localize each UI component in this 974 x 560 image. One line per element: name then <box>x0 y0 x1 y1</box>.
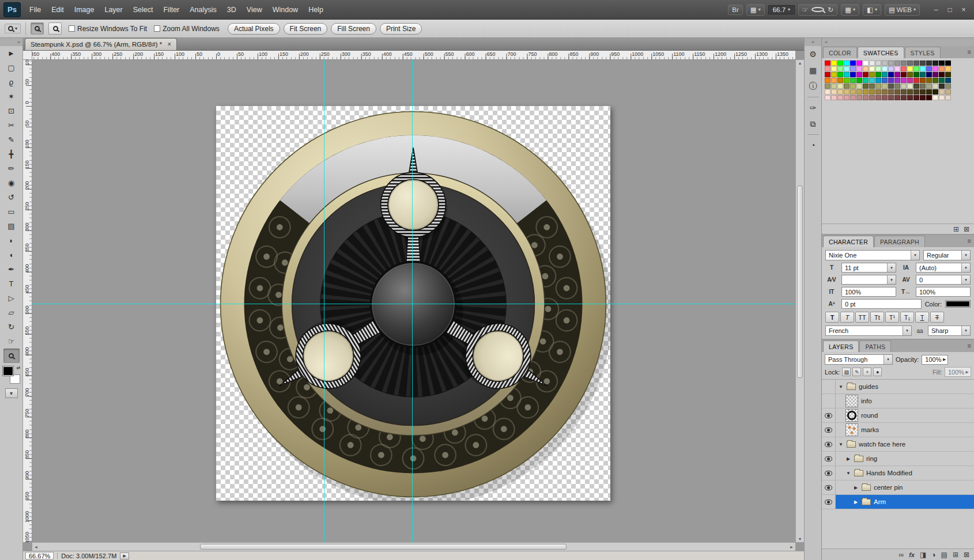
scroll-left-icon[interactable]: ◄ <box>34 545 38 549</box>
document-tab[interactable]: Steampunk X.psd @ 66.7% (Arm, RGB/8#) * … <box>25 38 177 50</box>
zoom-in-toggle[interactable]: + <box>31 22 44 35</box>
color-swatch[interactable] <box>939 72 945 77</box>
color-swatch[interactable] <box>825 66 830 71</box>
color-swatch[interactable] <box>882 78 888 83</box>
color-swatch[interactable] <box>945 66 951 71</box>
swatches-tab-color[interactable]: COLOR <box>823 47 857 58</box>
color-swatch[interactable] <box>926 95 932 100</box>
pen-tool[interactable]: ✒ <box>3 262 20 277</box>
info-icon[interactable]: ⓘ <box>806 79 821 94</box>
color-swatch[interactable] <box>882 66 888 71</box>
color-swatch[interactable] <box>831 60 837 66</box>
background-color-swatch[interactable] <box>10 374 20 384</box>
menu-window[interactable]: Window <box>267 0 303 20</box>
color-swatch[interactable] <box>844 78 850 83</box>
menu-layer[interactable]: Layer <box>99 0 127 20</box>
color-swatch[interactable] <box>856 78 862 83</box>
color-swatch[interactable] <box>875 72 881 77</box>
text-color-swatch[interactable] <box>945 300 971 308</box>
color-swatch[interactable] <box>850 60 856 66</box>
layer-style-icon[interactable]: fx <box>909 551 915 558</box>
layer-row-watch-face-here[interactable]: ▼watch face here <box>822 437 974 452</box>
faux-style-button-5[interactable]: T₁ <box>900 312 914 323</box>
color-swatch[interactable] <box>863 84 869 89</box>
layer-row-center-pin[interactable]: ▶center pin <box>822 480 974 495</box>
font-size-field[interactable]: 11 pt▾ <box>841 263 896 273</box>
color-swatch[interactable] <box>901 89 907 94</box>
history-brush-tool[interactable]: ↺ <box>3 190 20 205</box>
color-swatch[interactable] <box>920 78 926 83</box>
status-zoom-field[interactable]: 66.67% <box>25 552 54 559</box>
color-swatch[interactable] <box>894 66 900 71</box>
color-swatch[interactable] <box>920 95 926 100</box>
color-swatch[interactable] <box>920 84 926 89</box>
color-swatch[interactable] <box>850 78 856 83</box>
color-swatch[interactable] <box>894 72 900 77</box>
dock-collapse-button[interactable]: « <box>805 38 821 46</box>
tracking-field[interactable]: 0▾ <box>916 275 971 285</box>
hand-tool-icon[interactable]: ☞ <box>799 5 811 15</box>
collapse-triangle-icon[interactable]: ▼ <box>838 442 844 447</box>
color-swatch[interactable] <box>844 60 850 66</box>
color-swatch[interactable] <box>901 60 907 66</box>
clock-icon[interactable]: ◔ <box>806 138 821 153</box>
screen-mode-button[interactable]: ◧▾ <box>863 4 881 16</box>
faux-style-button-7[interactable]: T <box>930 312 944 323</box>
color-swatch[interactable] <box>837 66 843 71</box>
color-swatch[interactable] <box>913 60 919 66</box>
color-swatch[interactable] <box>933 60 938 66</box>
color-swatch[interactable] <box>863 66 869 71</box>
menu-image[interactable]: Image <box>69 0 100 20</box>
histogram-icon[interactable]: ▦ <box>806 63 821 78</box>
color-swatch[interactable] <box>945 72 951 77</box>
color-swatch[interactable] <box>913 84 919 89</box>
delete-layer-icon[interactable]: ⊠ <box>964 551 969 559</box>
layer-row-ring[interactable]: ▶ring <box>822 452 974 466</box>
close-button[interactable]: × <box>957 4 971 16</box>
color-swatch[interactable] <box>945 89 951 94</box>
launch-bridge-button[interactable]: Br <box>728 5 743 15</box>
color-swatch[interactable] <box>907 84 913 89</box>
color-swatch[interactable] <box>945 60 951 66</box>
color-swatch[interactable] <box>863 89 869 94</box>
color-swatch[interactable] <box>945 78 951 83</box>
move-tool[interactable]: ► <box>3 46 20 60</box>
color-swatch[interactable] <box>863 78 869 83</box>
resize-windows-to-fit-checkbox[interactable] <box>69 25 75 32</box>
color-swatch[interactable] <box>901 78 907 83</box>
fill-field[interactable]: 100%▶ <box>945 367 971 377</box>
layer-row-hands-modified[interactable]: ▼Hands Modified <box>822 466 974 480</box>
layer-row-guides[interactable]: ▼guides <box>822 380 974 394</box>
minimize-button[interactable]: – <box>929 4 943 16</box>
color-swatch[interactable] <box>837 95 843 100</box>
layer-thumbnail[interactable] <box>845 395 858 407</box>
color-swatch[interactable] <box>894 95 900 100</box>
color-swatch[interactable] <box>933 66 938 71</box>
horizontal-scroll-thumb[interactable] <box>200 544 567 550</box>
horizontal-scrollbar[interactable]: ◄ ► <box>32 542 795 551</box>
3d-rotate-tool[interactable]: ↻ <box>3 320 20 334</box>
lock-pixels-icon[interactable]: ✎ <box>852 368 861 376</box>
restore-button[interactable]: □ <box>943 4 957 16</box>
character-tab-character[interactable]: CHARACTER <box>823 236 874 247</box>
color-swatch[interactable] <box>888 60 894 66</box>
color-swatch[interactable] <box>926 66 932 71</box>
color-swatch[interactable] <box>907 72 913 77</box>
panels-collapse-button[interactable]: « <box>822 38 974 46</box>
vertical-scrollbar[interactable]: ▲ ▼ <box>795 60 804 542</box>
color-swatch[interactable] <box>869 72 875 77</box>
lock-all-icon[interactable]: ● <box>873 368 882 376</box>
zoom-out-toggle[interactable]: – <box>48 22 62 35</box>
color-swatch[interactable] <box>856 66 862 71</box>
lasso-tool[interactable]: ϱ <box>3 75 20 89</box>
color-swatch[interactable] <box>882 84 888 89</box>
guide-vertical-left[interactable] <box>324 60 324 542</box>
visibility-toggle[interactable] <box>822 495 836 509</box>
color-swatch[interactable] <box>850 95 856 100</box>
color-swatch[interactable] <box>869 60 875 66</box>
color-swatch[interactable] <box>825 78 830 83</box>
opacity-field[interactable]: 100%▶ <box>922 355 948 365</box>
color-swatch[interactable] <box>907 60 913 66</box>
swap-colors-icon[interactable]: ⇄ <box>17 365 21 370</box>
color-swatch[interactable] <box>888 66 894 71</box>
